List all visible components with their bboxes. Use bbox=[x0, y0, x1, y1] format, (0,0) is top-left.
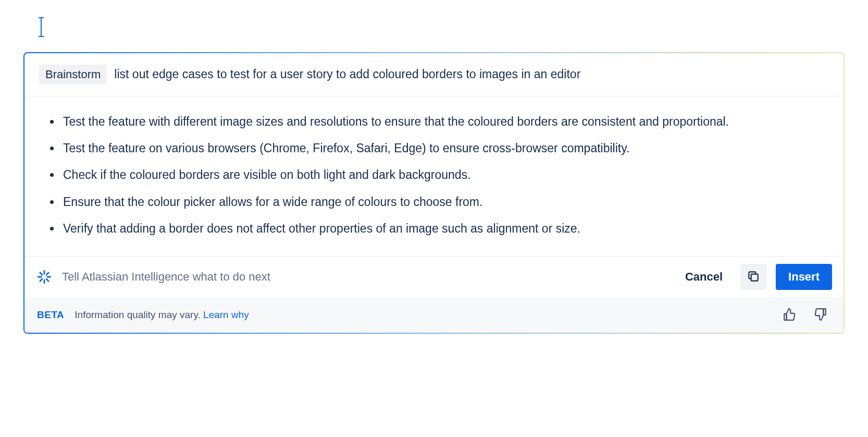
ai-sparkle-icon bbox=[37, 270, 52, 284]
ai-panel: Brainstorm list out edge cases to test f… bbox=[23, 52, 845, 334]
svg-line-5 bbox=[46, 279, 48, 281]
prompt-row: Brainstorm list out edge cases to test f… bbox=[24, 53, 844, 96]
next-prompt-input[interactable] bbox=[61, 270, 667, 284]
results-list: Test the feature with different image si… bbox=[40, 109, 828, 243]
list-item: Test the feature on various browsers (Ch… bbox=[61, 136, 828, 162]
list-item: Verify that adding a border does not aff… bbox=[61, 216, 828, 242]
footer-row: BETA Information quality may vary. Learn… bbox=[24, 297, 844, 333]
thumbs-down-icon bbox=[814, 308, 827, 323]
thumbs-up-icon bbox=[783, 308, 796, 323]
list-item: Ensure that the colour picker allows for… bbox=[61, 189, 828, 216]
list-item: Check if the coloured borders are visibl… bbox=[61, 162, 828, 189]
insert-button[interactable]: Insert bbox=[776, 264, 832, 290]
prompt-chip[interactable]: Brainstorm bbox=[39, 65, 107, 84]
svg-line-6 bbox=[40, 279, 42, 281]
learn-why-link[interactable]: Learn why bbox=[203, 309, 249, 320]
svg-rect-8 bbox=[751, 274, 758, 281]
footer-text-group: Information quality may vary. Learn why bbox=[75, 309, 249, 321]
cancel-button[interactable]: Cancel bbox=[677, 265, 731, 289]
copy-button[interactable] bbox=[740, 264, 766, 290]
svg-line-7 bbox=[46, 273, 48, 275]
thumbs-down-button[interactable] bbox=[810, 305, 831, 325]
copy-icon bbox=[747, 270, 760, 285]
quality-text: Information quality may vary. bbox=[75, 309, 200, 320]
thumbs-up-button[interactable] bbox=[779, 305, 800, 325]
svg-line-4 bbox=[40, 273, 42, 275]
action-row: Cancel Insert bbox=[24, 257, 844, 297]
text-cursor bbox=[41, 18, 42, 37]
list-item: Test the feature with different image si… bbox=[61, 109, 828, 136]
results-section: Test the feature with different image si… bbox=[24, 96, 844, 257]
beta-badge: BETA bbox=[37, 309, 64, 321]
prompt-text: list out edge cases to test for a user s… bbox=[114, 66, 580, 82]
